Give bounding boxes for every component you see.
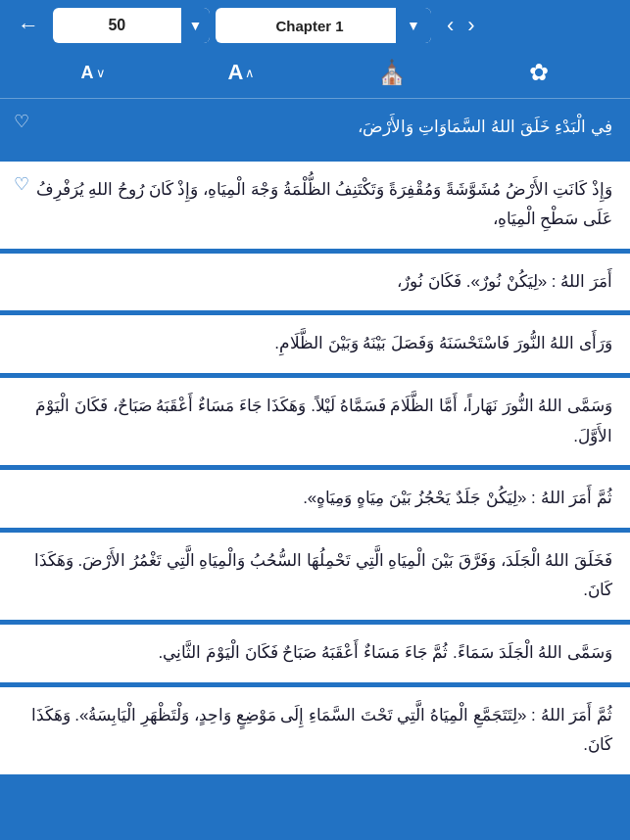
verse-block: ثُمَّ أَمَرَ اللهُ : «لِيَكُنْ جَلَدٌ يَ… xyxy=(0,470,630,528)
toolbar: A ∨ A ∧ ⛪ ✿ xyxy=(0,51,630,98)
heart-icon[interactable]: ♡ xyxy=(14,111,29,132)
verse-text: فَخَلَقَ اللهُ الْجَلَدَ، وَفَرَّقَ بَيْ… xyxy=(18,546,612,606)
back-button[interactable]: ← xyxy=(10,9,47,42)
verse-block: وَسَمَّى اللهُ النُّورَ نَهَاراً، أَمَّا… xyxy=(0,378,630,465)
verse-block: وَسَمَّى اللهُ الْجَلَدَ سَمَاءً. ثُمَّ … xyxy=(0,625,630,682)
verse-block: ثُمَّ أَمَرَ اللهُ : «لِتَتَجَمَّعِ الْم… xyxy=(0,687,630,774)
page-selector: ▼ xyxy=(53,8,210,43)
verse-text: وَإِذْ كَانَتِ الأَرْضُ مُشَوَّشَةً وَمُ… xyxy=(18,175,612,235)
verse-text: وَرَأَى اللهُ النُّورَ فَاسْتَحْسَنَهُ و… xyxy=(18,329,612,359)
verse-text: ثُمَّ أَمَرَ اللهُ : «لِتَتَجَمَّعِ الْم… xyxy=(18,701,612,761)
church-button[interactable]: ⛪ xyxy=(377,59,407,86)
chapter-dropdown-button[interactable]: ▼ xyxy=(396,8,431,43)
settings-button[interactable]: ✿ xyxy=(529,59,549,86)
font-decrease-button[interactable]: A ∨ xyxy=(81,63,106,83)
font-increase-arrow-icon: ∧ xyxy=(245,66,255,80)
font-increase-button[interactable]: A ∧ xyxy=(228,60,256,85)
nav-arrows: ‹ › xyxy=(441,9,481,42)
prev-page-button[interactable]: ‹ xyxy=(441,9,460,42)
church-icon: ⛪ xyxy=(377,59,407,86)
settings-icon: ✿ xyxy=(529,59,549,86)
verse-block: ♡وَإِذْ كَانَتِ الأَرْضُ مُشَوَّشَةً وَم… xyxy=(0,162,630,249)
verse-block: أَمَرَ اللهُ : «لِيَكُنْ نُورٌ». فَكَانَ… xyxy=(0,254,630,311)
font-decrease-label: A xyxy=(81,63,94,83)
verse-block: وَرَأَى اللهُ النُّورَ فَاسْتَحْسَنَهُ و… xyxy=(0,315,630,373)
verse-text: ثُمَّ أَمَرَ اللهُ : «لِيَكُنْ جَلَدٌ يَ… xyxy=(18,484,612,514)
verse-text: وَسَمَّى اللهُ النُّورَ نَهَاراً، أَمَّا… xyxy=(18,392,612,451)
verse-text: وَسَمَّى اللهُ الْجَلَدَ سَمَاءً. ثُمَّ … xyxy=(18,638,612,669)
content-area: ♡فِي الْبَدْءِ خَلَقَ اللهُ السَّمَاوَات… xyxy=(0,98,630,774)
heart-icon[interactable]: ♡ xyxy=(14,173,29,195)
verse-text: فِي الْبَدْءِ خَلَقَ اللهُ السَّمَاوَاتِ… xyxy=(18,113,612,143)
verse-block: ♡فِي الْبَدْءِ خَلَقَ اللهُ السَّمَاوَات… xyxy=(0,98,630,157)
next-page-button[interactable]: › xyxy=(461,9,480,42)
page-number-input[interactable] xyxy=(53,17,181,34)
header: ← ▼ Chapter 1 ▼ ‹ › xyxy=(0,0,630,51)
verse-text: أَمَرَ اللهُ : «لِيَكُنْ نُورٌ». فَكَانَ… xyxy=(18,267,612,298)
font-increase-label: A xyxy=(228,60,244,85)
page-dropdown-button[interactable]: ▼ xyxy=(181,8,210,43)
chapter-label: Chapter 1 xyxy=(216,18,396,34)
chapter-selector: Chapter 1 ▼ xyxy=(216,8,431,43)
verse-block: فَخَلَقَ اللهُ الْجَلَدَ، وَفَرَّقَ بَيْ… xyxy=(0,533,630,620)
font-decrease-arrow-icon: ∨ xyxy=(96,66,106,80)
